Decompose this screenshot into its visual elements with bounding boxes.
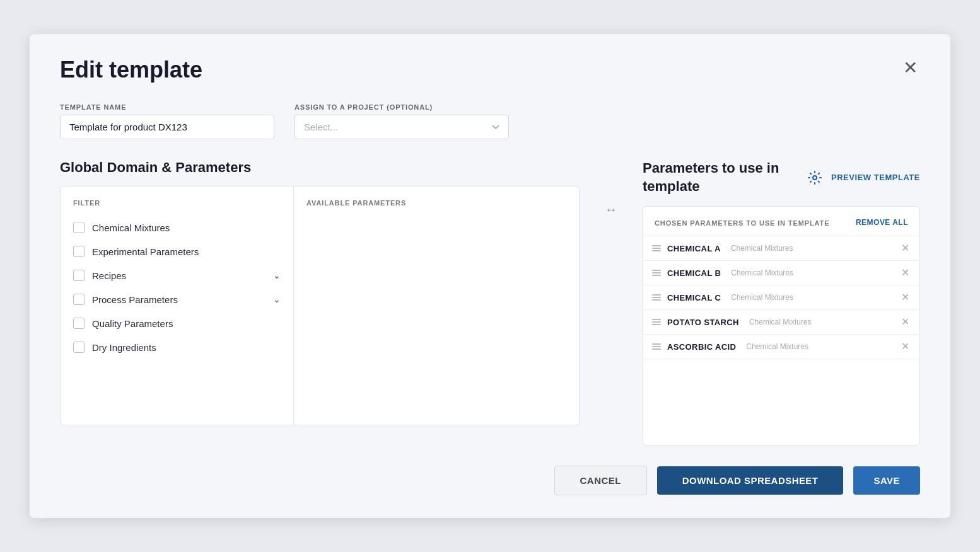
- filter-item-dry-ingredients[interactable]: Dry Ingredients: [61, 335, 293, 359]
- param-category-chemical-b: Chemical Mixtures: [731, 268, 793, 277]
- edit-template-modal: Edit template ✕ TEMPLATE NAME ASSIGN TO …: [30, 34, 950, 517]
- filter-label-dry-ingredients: Dry Ingredients: [92, 342, 281, 353]
- param-item-ascorbic-acid: ASCORBIC ACID Chemical Mixtures ✕: [643, 335, 919, 359]
- modal-title: Edit template: [60, 57, 202, 83]
- remove-potato-starch-button[interactable]: ✕: [900, 317, 911, 327]
- filter-checkbox-process-parameters[interactable]: [73, 294, 85, 305]
- drag-handle-potato-starch[interactable]: [652, 319, 661, 325]
- transfer-area: ↔: [600, 159, 622, 222]
- param-item-chemical-c: CHEMICAL C Chemical Mixtures ✕: [643, 285, 919, 310]
- available-parameters-column: AVAILABLE PARAMETERS: [294, 187, 579, 425]
- filter-checkbox-experimental-parameters[interactable]: [73, 246, 85, 257]
- content-area: Global Domain & Parameters FILTER Chemic…: [60, 159, 920, 445]
- assign-project-select[interactable]: Select...: [295, 115, 509, 139]
- footer-row: CANCEL DOWNLOAD SPREADSHEET SAVE: [60, 466, 920, 495]
- drag-handle-chemical-b[interactable]: [652, 270, 661, 276]
- remove-ascorbic-acid-button[interactable]: ✕: [900, 342, 911, 352]
- filter-checkbox-recipes[interactable]: [73, 270, 85, 281]
- remove-chemical-b-button[interactable]: ✕: [900, 268, 911, 278]
- filter-column: FILTER Chemical Mixtures Experimental Pa…: [61, 187, 294, 425]
- remove-chemical-c-button[interactable]: ✕: [900, 292, 911, 302]
- filter-label-recipes: Recipes: [92, 270, 265, 281]
- param-item-potato-starch: POTATO STARCH Chemical Mixtures ✕: [643, 310, 919, 335]
- template-name-label: TEMPLATE NAME: [60, 103, 274, 111]
- template-name-input[interactable]: [60, 115, 274, 139]
- settings-icon[interactable]: [806, 169, 824, 187]
- chevron-down-icon-recipes: ⌄: [273, 270, 281, 280]
- assign-project-label: ASSIGN TO A PROJECT (OPTIONAL): [295, 103, 509, 111]
- param-category-chemical-a: Chemical Mixtures: [731, 244, 793, 253]
- param-name-chemical-b: CHEMICAL B: [667, 268, 721, 278]
- filter-item-recipes[interactable]: Recipes ⌄: [61, 263, 293, 287]
- chosen-params-label: CHOSEN PARAMETERS TO USE IN TEMPLATE: [655, 218, 829, 229]
- filter-label-experimental-parameters: Experimental Parameters: [92, 246, 281, 257]
- domain-box: FILTER Chemical Mixtures Experimental Pa…: [60, 186, 580, 425]
- filter-checkbox-dry-ingredients[interactable]: [73, 342, 85, 353]
- right-panel: Parameters to use in template PREVIEW TE…: [643, 159, 920, 445]
- param-name-ascorbic-acid: ASCORBIC ACID: [667, 342, 736, 352]
- drag-handle-chemical-c[interactable]: [652, 294, 661, 301]
- form-row: TEMPLATE NAME ASSIGN TO A PROJECT (OPTIO…: [60, 103, 920, 139]
- close-button[interactable]: ✕: [901, 57, 920, 79]
- filter-item-quality-parameters[interactable]: Quality Parameters: [61, 311, 293, 335]
- filter-label-quality-parameters: Quality Parameters: [92, 318, 281, 329]
- params-box: CHOSEN PARAMETERS TO USE IN TEMPLATE REM…: [643, 206, 920, 446]
- cancel-button[interactable]: CANCEL: [554, 466, 647, 495]
- transfer-arrow-icon[interactable]: ↔: [600, 197, 622, 222]
- param-category-chemical-c: Chemical Mixtures: [731, 293, 793, 302]
- filter-item-process-parameters[interactable]: Process Parameters ⌄: [61, 287, 293, 311]
- remove-all-link[interactable]: REMOVE ALL: [856, 218, 908, 227]
- filter-label-process-parameters: Process Parameters: [92, 294, 265, 305]
- param-category-ascorbic-acid: Chemical Mixtures: [746, 342, 808, 351]
- save-button[interactable]: SAVE: [853, 466, 920, 495]
- filter-item-chemical-mixtures[interactable]: Chemical Mixtures: [61, 216, 293, 239]
- svg-point-0: [813, 176, 817, 180]
- params-box-header: CHOSEN PARAMETERS TO USE IN TEMPLATE REM…: [643, 207, 919, 237]
- download-spreadsheet-button[interactable]: DOWNLOAD SPREADSHEET: [657, 466, 844, 495]
- param-category-potato-starch: Chemical Mixtures: [749, 318, 812, 326]
- preview-template-link[interactable]: PREVIEW TEMPLATE: [831, 172, 920, 183]
- modal-header: Edit template ✕: [60, 57, 920, 83]
- assign-project-group: ASSIGN TO A PROJECT (OPTIONAL) Select...: [295, 103, 509, 139]
- filter-checkbox-chemical-mixtures[interactable]: [73, 222, 85, 233]
- filter-checkbox-quality-parameters[interactable]: [73, 318, 85, 329]
- param-item-chemical-a: CHEMICAL A Chemical Mixtures ✕: [643, 236, 919, 261]
- filter-item-experimental-parameters[interactable]: Experimental Parameters: [61, 239, 293, 263]
- filter-header: FILTER: [61, 199, 293, 216]
- params-panel-header: Parameters to use in template PREVIEW TE…: [643, 159, 920, 195]
- remove-chemical-a-button[interactable]: ✕: [900, 243, 911, 253]
- left-panel: Global Domain & Parameters FILTER Chemic…: [60, 159, 580, 425]
- chevron-down-icon-process-parameters: ⌄: [273, 294, 281, 304]
- global-domain-title: Global Domain & Parameters: [60, 159, 580, 176]
- drag-handle-ascorbic-acid[interactable]: [652, 343, 661, 350]
- param-name-potato-starch: POTATO STARCH: [667, 318, 739, 327]
- filter-label-chemical-mixtures: Chemical Mixtures: [92, 222, 281, 233]
- drag-handle-chemical-a[interactable]: [652, 245, 661, 251]
- param-name-chemical-a: CHEMICAL A: [667, 244, 721, 253]
- available-parameters-header: AVAILABLE PARAMETERS: [306, 199, 566, 207]
- params-panel-title: Parameters to use in template: [643, 159, 798, 195]
- template-name-group: TEMPLATE NAME: [60, 103, 274, 139]
- param-item-chemical-b: CHEMICAL B Chemical Mixtures ✕: [643, 261, 919, 285]
- param-name-chemical-c: CHEMICAL C: [667, 293, 721, 302]
